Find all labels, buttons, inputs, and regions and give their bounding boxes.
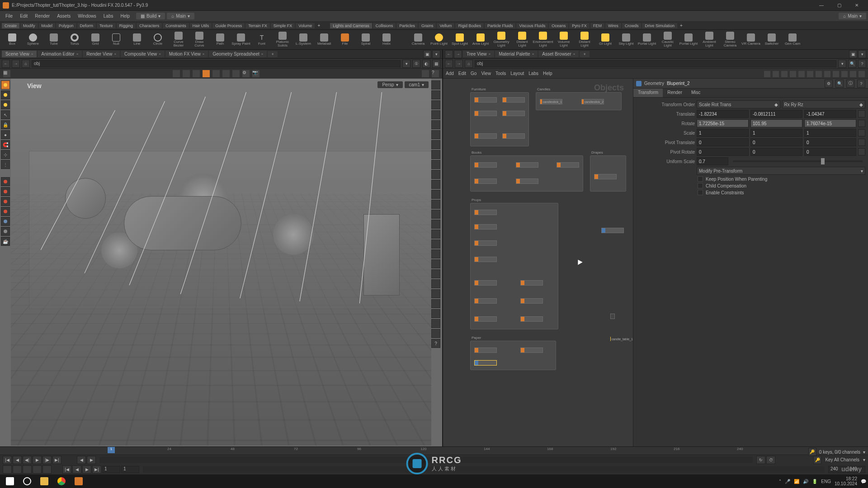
nav-fwd-icon[interactable]: → [12, 60, 20, 68]
search-taskbar-icon[interactable] [19, 475, 35, 488]
opt1-icon[interactable]: ① [412, 60, 420, 68]
shelf-tab-create[interactable]: Create [2, 23, 19, 28]
desktop-main-right[interactable]: ⌂ Main ▾ [839, 13, 866, 19]
render-icon[interactable] [1, 227, 10, 236]
viewport[interactable]: ▦ ⚙ 📷 ? View Persp ▾ cam1 ▾ [0, 69, 442, 446]
desktop-build[interactable]: ▦ Build ▾ [136, 13, 165, 19]
loose-light1[interactable]: candle_table_1 [610, 336, 633, 342]
rt25[interactable] [431, 319, 440, 328]
ni9[interactable] [832, 70, 840, 78]
tab-add[interactable]: + [268, 51, 277, 57]
rt15[interactable] [431, 220, 440, 229]
vp-gear-icon[interactable]: ⚙ [242, 70, 250, 78]
range-r[interactable]: ▶ [87, 456, 96, 464]
ptab-misc[interactable]: Misc [687, 89, 705, 97]
rt20[interactable] [431, 269, 440, 278]
find-icon[interactable]: 🔍 [835, 80, 844, 88]
pt-extra[interactable] [858, 139, 865, 146]
shelf-envlight[interactable]: Environment Light [533, 31, 552, 49]
menu-render[interactable]: Render [31, 11, 53, 22]
vp-help-icon[interactable]: ? [431, 70, 439, 78]
chk-keep-pos[interactable]: Keep Position When Parenting [636, 176, 865, 182]
sy[interactable]: 1 [750, 129, 802, 137]
cam-dropdown[interactable]: cam1 ▾ [405, 81, 429, 88]
rt3[interactable] [431, 100, 440, 109]
b3[interactable] [23, 465, 32, 474]
rt-help-icon[interactable]: ? [431, 339, 440, 348]
gear-icon[interactable]: ⚙ [825, 80, 833, 88]
ni10[interactable] [841, 70, 848, 78]
shelf-line[interactable]: Line [127, 31, 146, 49]
rt17[interactable] [431, 239, 440, 249]
key-all-label[interactable]: Key All Channels [822, 457, 862, 462]
shelf-gilight[interactable]: GI Light [596, 31, 615, 49]
shelf-portal2[interactable]: Portal Light [679, 31, 698, 49]
shelf-tab[interactable]: Hair Utils [190, 23, 212, 28]
shelf-tab[interactable]: Polygon [56, 23, 76, 28]
b6[interactable]: |◀ [62, 465, 71, 474]
shelf-tab[interactable]: Particle Fluids [485, 23, 516, 28]
shelf-tab[interactable]: Simple FX [271, 23, 295, 28]
vp-tool2[interactable] [182, 70, 190, 78]
net-help[interactable]: Help [543, 71, 552, 76]
ni2[interactable] [772, 70, 779, 78]
paint4-icon[interactable] [1, 207, 10, 216]
shelf-tab[interactable]: Particles [396, 23, 418, 28]
uscale-slider[interactable] [733, 160, 863, 162]
shelf-grid[interactable]: Grid [86, 31, 105, 49]
desktop-main[interactable]: ⌂ Main ▾ [167, 13, 194, 19]
ni11[interactable] [849, 70, 857, 78]
nav-back-icon[interactable]: ← [2, 60, 10, 68]
shelf-stereo[interactable]: Stereo Camera [721, 31, 740, 49]
ptab-render[interactable]: Render [663, 89, 687, 97]
ptx[interactable]: 0 [697, 138, 749, 146]
shelf-spray[interactable]: Spray Paint [231, 31, 250, 49]
shelf-distant[interactable]: Distant Light [513, 31, 532, 49]
shelf-switcher[interactable]: Switcher [762, 31, 781, 49]
tab-composite[interactable]: Composite View× [121, 51, 165, 57]
torder-b[interactable]: Rx Ry Rz◆ [782, 100, 866, 108]
shelf-spiral[interactable]: Spiral [356, 31, 375, 49]
tray-wifi-icon[interactable]: 📶 [794, 479, 799, 484]
shelf-arealight[interactable]: Area Light [471, 31, 490, 49]
shelf-tab[interactable]: Crowds [622, 23, 642, 28]
shelf-curve-bezier[interactable]: Curve Bezier [169, 31, 188, 49]
ni8[interactable] [824, 70, 831, 78]
first-frame-icon[interactable]: |◀ [3, 456, 12, 464]
b1[interactable] [3, 465, 12, 474]
mag-icon[interactable]: 🧲 [1, 140, 10, 149]
vp-tool1[interactable] [172, 70, 180, 78]
loop-icon[interactable]: ↻ [756, 456, 765, 464]
help3-icon[interactable]: ? [857, 80, 865, 88]
persp-dropdown[interactable]: Persp ▾ [377, 81, 402, 88]
netbox-candles[interactable]: Candles candlestick_1 candlestick_2 [536, 92, 622, 110]
shelf-portal[interactable]: Portal Light [637, 31, 656, 49]
shelf-tab[interactable]: Oceans [549, 23, 568, 28]
opt3-icon[interactable]: ▦ [432, 60, 440, 68]
shelf-tab[interactable]: Deform [77, 23, 96, 28]
close-button[interactable]: ✕ [848, 0, 865, 10]
net-go[interactable]: Go [471, 71, 476, 76]
shelf-tab[interactable]: Terrain FX [245, 23, 270, 28]
node-name-label[interactable]: Bluperint_2 [667, 81, 690, 86]
info-icon[interactable]: ⓘ [846, 80, 854, 88]
pry[interactable]: 0 [750, 148, 802, 156]
net-tools[interactable]: Tools [495, 71, 506, 76]
shelf-tab[interactable]: Pyro FX [569, 23, 590, 28]
step-back-icon[interactable]: ◀ [13, 456, 22, 464]
rt22[interactable] [431, 289, 440, 298]
menu-windows[interactable]: Windows [74, 11, 100, 22]
system-tray[interactable]: ˄ 🎤 📶 🔊 🔋 ENG 18:22 10.10.2024 💬 [779, 476, 866, 486]
tx[interactable]: -1.82234 [697, 110, 749, 118]
tray-notif-icon[interactable]: 💬 [861, 479, 866, 484]
tray-up-icon[interactable]: ˄ [779, 479, 781, 484]
b9[interactable]: ▶| [92, 465, 101, 474]
s-extra[interactable] [858, 129, 865, 136]
tray-batt-icon[interactable]: 🔋 [812, 479, 817, 484]
ty[interactable]: -0.0812111 [750, 110, 802, 118]
shelf-spotlight[interactable]: Spot Light [450, 31, 469, 49]
ni1[interactable] [764, 70, 771, 78]
tz[interactable]: -1.04347 [804, 110, 856, 118]
modify-pre[interactable]: Modify Pre-Transform▾ [697, 167, 865, 175]
shelf-pointlight[interactable]: Point Light [429, 31, 448, 49]
